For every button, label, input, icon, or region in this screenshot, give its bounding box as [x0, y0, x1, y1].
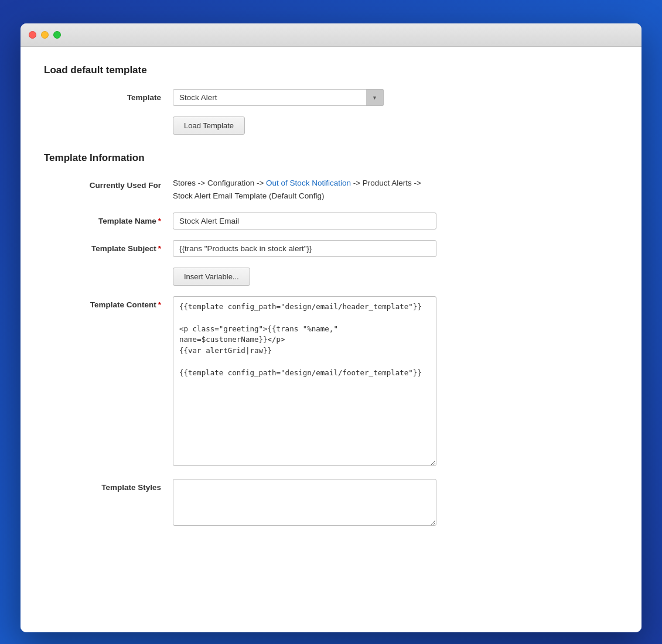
- template-info-title: Template Information: [44, 152, 618, 164]
- template-content-label: Template Content*: [44, 296, 173, 309]
- load-default-section: Load default template Template Stock Ale…: [44, 64, 618, 135]
- template-name-row: Template Name*: [44, 213, 618, 229]
- template-content-required: *: [158, 300, 161, 309]
- main-window: Load default template Template Stock Ale…: [21, 23, 641, 632]
- template-info-section: Template Information Currently Used For …: [44, 152, 618, 528]
- template-subject-row: Template Subject*: [44, 240, 618, 257]
- template-content-row: Template Content* {{template config_path…: [44, 296, 618, 468]
- load-template-row: Load Template: [173, 117, 618, 135]
- template-select-wrapper: Stock Alert Price Alert Welcome Email Or…: [173, 89, 436, 106]
- template-select-row: Template Stock Alert Price Alert Welcome…: [44, 89, 618, 106]
- template-select[interactable]: Stock Alert Price Alert Welcome Email Or…: [173, 89, 384, 106]
- close-button[interactable]: [29, 31, 36, 39]
- template-name-label: Template Name*: [44, 213, 173, 225]
- maximize-button[interactable]: [53, 31, 61, 39]
- template-name-required: *: [158, 217, 161, 225]
- template-name-input[interactable]: [173, 213, 436, 229]
- template-dropdown-wrapper: Stock Alert Price Alert Welcome Email Or…: [173, 89, 384, 106]
- template-content-control: {{template config_path="design/email/hea…: [173, 296, 436, 468]
- insert-variable-button[interactable]: Insert Variable...: [173, 268, 250, 286]
- template-content-textarea[interactable]: {{template config_path="design/email/hea…: [173, 296, 436, 466]
- template-styles-row: Template Styles: [44, 479, 618, 528]
- currently-used-value: Stores -> Configuration -> Out of Stock …: [173, 177, 436, 202]
- load-template-button[interactable]: Load Template: [173, 117, 245, 135]
- template-styles-label: Template Styles: [44, 479, 173, 492]
- insert-variable-row: Insert Variable...: [173, 268, 618, 286]
- currently-used-text: Stores -> Configuration -> Out of Stock …: [173, 177, 436, 202]
- template-subject-label: Template Subject*: [44, 240, 173, 253]
- template-subject-required: *: [158, 244, 161, 253]
- template-subject-control: [173, 240, 436, 257]
- template-subject-input[interactable]: [173, 240, 436, 257]
- titlebar: [21, 23, 641, 47]
- template-name-control: [173, 213, 436, 229]
- template-styles-textarea[interactable]: [173, 479, 436, 526]
- currently-used-row: Currently Used For Stores -> Configurati…: [44, 177, 618, 202]
- out-of-stock-link[interactable]: Out of Stock Notification: [266, 179, 351, 187]
- page-content: Load default template Template Stock Ale…: [21, 47, 641, 632]
- template-styles-control: [173, 479, 436, 528]
- load-default-title: Load default template: [44, 64, 618, 76]
- currently-used-prefix: Stores -> Configuration ->: [173, 179, 266, 187]
- minimize-button[interactable]: [41, 31, 49, 39]
- currently-used-label: Currently Used For: [44, 177, 173, 190]
- template-label: Template: [44, 89, 173, 102]
